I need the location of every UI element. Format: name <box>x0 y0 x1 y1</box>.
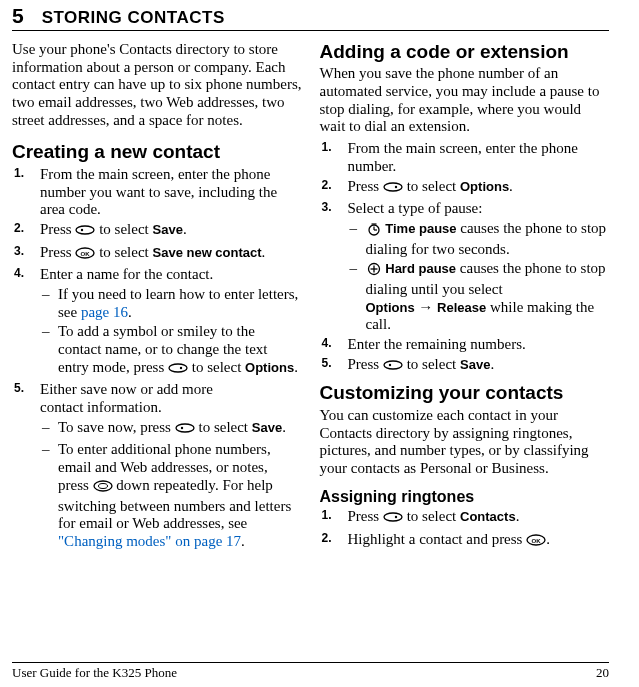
chapter-number: 5 <box>12 4 24 28</box>
page-link[interactable]: page 16 <box>81 304 128 320</box>
step-text: Enter a name for the contact. <box>40 266 213 282</box>
step-text: Highlight a contact and press <box>348 531 527 547</box>
svg-point-7 <box>181 427 183 429</box>
substep-text: → <box>415 299 438 315</box>
ui-label: Save <box>252 420 282 435</box>
step-text: . <box>546 531 550 547</box>
page-footer: User Guide for the K325 Phone 20 <box>12 662 609 681</box>
step-text: . <box>509 178 513 194</box>
footer-page-number: 20 <box>596 665 609 681</box>
ok-key-icon: OK <box>75 246 95 265</box>
step-text: to select <box>407 508 460 524</box>
step-text: to select <box>407 356 460 372</box>
ui-label: Hard pause <box>385 261 456 276</box>
step-2: 2. Press to select Options. <box>320 178 610 199</box>
step-4: 4. Enter a name for the contact. If you … <box>12 266 302 379</box>
ui-label: Time pause <box>385 221 456 236</box>
softkey-right-icon <box>168 361 188 380</box>
softkey-left-icon <box>383 358 403 377</box>
step-1: 1. From the main screen, enter the phone… <box>12 166 302 219</box>
time-pause-icon <box>366 222 382 241</box>
svg-point-19 <box>384 361 402 369</box>
substep: To save now, press to select Save. <box>40 419 302 440</box>
step-1: 1. Press to select Contacts. <box>320 508 610 529</box>
step-text: Press <box>40 221 75 237</box>
step-3: 3. Select a type of pause: Time pause ca… <box>320 200 610 334</box>
svg-point-1 <box>81 229 83 231</box>
ui-label: Contacts <box>460 509 516 524</box>
svg-point-4 <box>169 364 187 372</box>
step-4: 4. Enter the remaining numbers. <box>320 336 610 354</box>
substep-text: . <box>282 419 286 435</box>
step-text: Enter the remaining numbers. <box>348 336 526 352</box>
svg-point-11 <box>395 185 397 187</box>
ui-label: Save new contact <box>153 245 262 260</box>
substep: Hard pause causes the phone to stop dial… <box>348 260 610 334</box>
svg-point-8 <box>94 481 112 491</box>
substep: Time pause causes the phone to stop dial… <box>348 220 610 258</box>
step-text: contact information. <box>40 399 162 415</box>
subsection-ringtones-title: Assigning ringtones <box>320 488 610 507</box>
svg-point-9 <box>98 483 107 488</box>
svg-text:OK: OK <box>532 538 542 544</box>
ui-label: Release <box>437 300 486 315</box>
step-5: 5. Press to select Save. <box>320 356 610 377</box>
step-text: to select <box>99 244 152 260</box>
column-right: Adding a code or extension When you save… <box>320 41 610 646</box>
softkey-left-icon <box>75 223 95 242</box>
chapter-header: 5 STORING CONTACTS <box>12 0 609 31</box>
ui-label: Options <box>460 179 509 194</box>
step-text: . <box>490 356 494 372</box>
svg-text:OK: OK <box>81 250 91 256</box>
softkey-right-icon <box>383 180 403 199</box>
svg-point-0 <box>76 226 94 234</box>
svg-point-21 <box>384 513 402 521</box>
page-link[interactable]: "Changing modes" on page 17 <box>58 533 241 549</box>
svg-point-10 <box>384 183 402 191</box>
softkey-left-icon <box>175 421 195 440</box>
ui-label: Save <box>153 222 183 237</box>
softkey-right-icon <box>383 510 403 529</box>
substep: To enter additional phone numbers, email… <box>40 441 302 550</box>
step-2: 2. Press to select Save. <box>12 221 302 242</box>
step-text: to select <box>407 178 460 194</box>
step-text: From the main screen, enter the phone nu… <box>348 140 578 174</box>
step-text: Select a type of pause: <box>348 200 483 216</box>
svg-point-6 <box>176 424 194 432</box>
nav-key-icon <box>93 479 113 498</box>
step-text: . <box>516 508 520 524</box>
footer-left: User Guide for the K325 Phone <box>12 665 177 681</box>
step-text: From the main screen, enter the phone nu… <box>40 166 277 217</box>
ui-label: Options <box>366 300 415 315</box>
section-intro: You can customize each contact in your C… <box>320 407 610 478</box>
chapter-title: STORING CONTACTS <box>42 8 225 28</box>
step-text: Press <box>348 178 383 194</box>
step-text: Press <box>40 244 75 260</box>
ui-label: Options <box>245 360 294 375</box>
substep: To add a symbol or smiley to the contact… <box>40 323 302 379</box>
substep: If you need to learn how to enter letter… <box>40 286 302 321</box>
column-left: Use your phone's Contacts directory to s… <box>12 41 302 646</box>
substep-text: . <box>294 359 298 375</box>
substep-text: to select <box>198 419 251 435</box>
svg-point-20 <box>389 364 391 366</box>
step-1: 1. From the main screen, enter the phone… <box>320 140 610 175</box>
step-2: 2. Highlight a contact and press OK . <box>320 531 610 552</box>
svg-point-22 <box>395 516 397 518</box>
substep-text: To save now, press <box>58 419 175 435</box>
section-creating-title: Creating a new contact <box>12 141 302 163</box>
intro-paragraph: Use your phone's Contacts directory to s… <box>12 41 302 129</box>
step-text: . <box>183 221 187 237</box>
hard-pause-icon <box>366 262 382 281</box>
ok-key-icon: OK <box>526 533 546 552</box>
substep-text: . <box>241 533 245 549</box>
step-text: . <box>262 244 266 260</box>
section-adding-title: Adding a code or extension <box>320 41 610 63</box>
section-intro: When you save the phone number of an aut… <box>320 65 610 136</box>
substep-text: . <box>128 304 132 320</box>
step-text: Press <box>348 508 383 524</box>
step-text: Press <box>348 356 383 372</box>
step-text: to select <box>99 221 152 237</box>
section-customizing-title: Customizing your contacts <box>320 382 610 404</box>
ui-label: Save <box>460 357 490 372</box>
